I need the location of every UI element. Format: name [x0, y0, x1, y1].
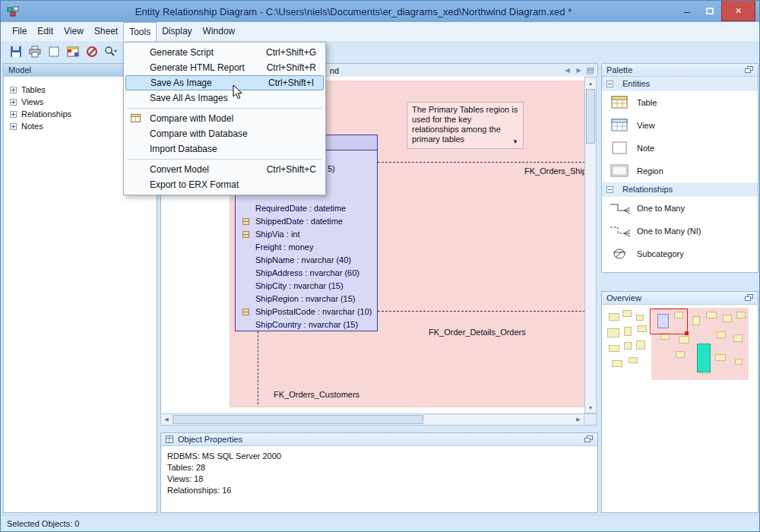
menu-separator: [127, 159, 322, 160]
menuitem-export-to-erx[interactable]: Export to ERX Format: [124, 177, 325, 192]
object-properties-title: Object Properties: [178, 435, 242, 444]
expand-icon[interactable]: [10, 111, 17, 118]
menuitem-save-all-as-images[interactable]: Save All As Images: [124, 90, 325, 106]
overview-entity-box: [676, 351, 685, 358]
menuitem-compare-with-database[interactable]: Compare with Database: [124, 126, 325, 141]
overview-entity-box: [636, 340, 645, 350]
tab-prev-icon: ◀: [565, 67, 569, 74]
table-format-button[interactable]: [65, 44, 81, 59]
maximize-button[interactable]: [698, 1, 721, 21]
float-panel-button[interactable]: [584, 435, 593, 443]
palette-header[interactable]: Palette: [602, 64, 758, 77]
menuitem-save-as-image[interactable]: Save As ImageCtrl+Shift+I: [125, 75, 324, 90]
tab-list-icon: ▤: [586, 65, 594, 75]
overview-header[interactable]: Overview: [602, 292, 758, 305]
expand-icon[interactable]: [10, 123, 17, 130]
menu-window[interactable]: Window: [198, 22, 241, 41]
zoom-button[interactable]: [103, 44, 119, 59]
window-title: Entity Relationship Diagram - C:\Users\n…: [46, 6, 660, 17]
menu-view[interactable]: View: [59, 22, 89, 41]
vertical-scrollbar[interactable]: ▲ ▼: [584, 77, 597, 413]
collapse-icon[interactable]: [606, 81, 613, 87]
overview-entity-box: [735, 359, 743, 365]
object-properties-body: RDBMS: MS SQL Server 2000 Tables: 28 Vie…: [161, 446, 597, 501]
expand-icon[interactable]: [10, 99, 17, 106]
app-icon: [7, 5, 19, 17]
palette-item-region[interactable]: Region: [602, 160, 758, 182]
note-collapse-icon[interactable]: ▼: [512, 137, 518, 147]
object-properties-header[interactable]: Object Properties: [161, 433, 597, 446]
overview-entity-box: [733, 334, 743, 342]
overview-entity-box: [624, 327, 632, 336]
close-button[interactable]: ×: [721, 1, 755, 21]
app-window: Entity Relationship Diagram - C:\Users\n…: [0, 0, 760, 532]
menu-sheet[interactable]: Sheet: [89, 22, 123, 41]
status-bar: Selected Objects: 0: [1, 515, 759, 532]
entity-row: ShipAddress : nvarchar (60): [236, 267, 377, 280]
overview-minimap[interactable]: [603, 306, 757, 388]
menuitem-convert-model[interactable]: Convert ModelCtrl+Shift+C: [124, 162, 325, 177]
relationship-line-orders-customers: [258, 331, 258, 404]
palette-item-subcategory[interactable]: Subcategory: [602, 242, 758, 265]
scroll-right-icon[interactable]: ▶: [573, 414, 584, 425]
overview-viewport[interactable]: [650, 309, 688, 334]
tab-list-button[interactable]: ▤: [585, 65, 595, 75]
cancel-button[interactable]: [84, 44, 100, 59]
menu-edit[interactable]: Edit: [32, 22, 59, 41]
menuitem-generate-html-report[interactable]: Generate HTML ReportCtrl+Shift+R: [124, 60, 325, 75]
new-page-button[interactable]: [46, 44, 62, 59]
overview-entity-box: [723, 315, 732, 322]
menu-file[interactable]: File: [7, 22, 32, 41]
expand-icon[interactable]: [10, 87, 17, 93]
overview-viewport-handle[interactable]: [685, 331, 689, 335]
menu-display[interactable]: Display: [157, 22, 197, 41]
tree-item-label: Relationships: [21, 109, 71, 119]
scroll-down-icon[interactable]: ▼: [585, 402, 596, 413]
print-button[interactable]: [27, 44, 43, 59]
view-icon: [611, 119, 628, 132]
horizontal-scrollbar[interactable]: ◀ ▶: [160, 413, 584, 426]
scroll-left-icon[interactable]: ◀: [161, 414, 172, 425]
selected-objects-status: Selected Objects: 0: [7, 519, 79, 528]
index-icon: [242, 218, 249, 225]
diagram-tab[interactable]: nd: [330, 66, 339, 75]
palette-section-relationships[interactable]: Relationships: [602, 182, 758, 197]
property-line: Relationships: 16: [167, 485, 591, 496]
relationship-line-orderdetails-orders: [378, 311, 584, 312]
note-icon: [611, 141, 628, 155]
float-icon: [745, 66, 753, 74]
minimize-button[interactable]: –: [676, 1, 698, 21]
menu-bar: File Edit View Sheet Tools Display Windo…: [1, 22, 759, 42]
menuitem-import-database[interactable]: Import Database: [124, 141, 325, 157]
horizontal-scroll-thumb[interactable]: [173, 415, 423, 424]
palette-item-one-to-many-ni[interactable]: One to Many (NI): [602, 220, 758, 242]
palette-item-note[interactable]: Note: [602, 137, 758, 160]
float-panel-button[interactable]: [745, 294, 753, 302]
one-to-many-ni-icon: [609, 225, 630, 237]
menu-tools[interactable]: Tools: [123, 22, 157, 41]
shortcut: Ctrl+Shift+R: [267, 60, 316, 75]
menuitem-generate-script[interactable]: Generate ScriptCtrl+Shift+G: [124, 45, 325, 60]
section-label: Relationships: [622, 185, 673, 194]
palette-item-label: Table: [637, 98, 657, 107]
subcategory-icon: [611, 248, 628, 260]
region-note-text: The Primary Tables region is used for th…: [412, 105, 518, 144]
overview-highlight-box: [697, 344, 711, 372]
menuitem-compare-with-model[interactable]: Compare with Model: [124, 111, 325, 126]
palette-item-view[interactable]: View: [602, 114, 758, 137]
entity-row: ShippedDate : datetime: [236, 215, 377, 228]
palette-section-entities[interactable]: Entities: [602, 77, 758, 91]
new-page-icon: [48, 46, 60, 58]
collapse-icon[interactable]: [606, 186, 613, 193]
fk-label-orderdetails-orders: FK_Order_Details_Orders: [429, 328, 526, 337]
float-panel-button[interactable]: [745, 66, 753, 74]
entity-row: ShipVia : int: [236, 228, 377, 241]
scroll-up-icon[interactable]: ▲: [585, 78, 596, 88]
vertical-scroll-thumb[interactable]: [586, 89, 595, 144]
save-button[interactable]: [8, 44, 24, 59]
region-note[interactable]: The Primary Tables region is used for th…: [407, 102, 524, 149]
palette-item-one-to-many[interactable]: One to Many: [602, 197, 758, 220]
tab-next-button[interactable]: ▶: [574, 65, 584, 75]
palette-item-table[interactable]: Table: [602, 91, 758, 114]
tab-prev-button[interactable]: ◀: [562, 65, 572, 75]
